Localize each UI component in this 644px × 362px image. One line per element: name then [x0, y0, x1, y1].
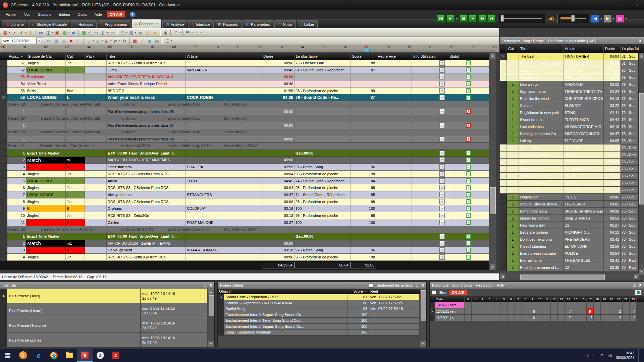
- user-log-icon[interactable]: ★: [152, 29, 158, 36]
- info-dropdown-icon[interactable]: ▼: [439, 234, 445, 239]
- replace-row[interactable]: LEvery breath you takePOLICE03:5473 - So…: [500, 250, 644, 257]
- taskbar-explorer-icon[interactable]: [62, 349, 77, 362]
- info-dropdown-icon[interactable]: ▼: [439, 88, 445, 94]
- day-view-icon[interactable]: ▯: [100, 29, 107, 36]
- zoom-icon[interactable]: ◉: [162, 29, 169, 36]
- log-row[interactable]: 51JinglesJinRCS HITS S3 - Zetta2Go from …: [0, 60, 489, 67]
- hour-section-row[interactable]: Heure: 18Tranche Horaire: Journée(Normal…: [0, 101, 489, 108]
- close-icon[interactable]: X: [639, 283, 641, 287]
- undo-icon[interactable]: ↶: [75, 38, 82, 44]
- tab-analyse[interactable]: ▧Analyse: [162, 20, 187, 28]
- scroll-up-icon[interactable]: ▲: [208, 289, 214, 295]
- failure-row[interactable]: Song - Séparation Minimum100: [218, 329, 426, 336]
- replace-row[interactable]: LMandela daySIMPLE MINDS05:2979 - Sou: [500, 74, 644, 81]
- delete-icon[interactable]: ✖: [68, 38, 74, 44]
- jump-back-button[interactable]: ◀: [591, 15, 599, 22]
- log-row[interactable]: 4JinglesJinRCS HITS S3 - GSelector From …: [0, 171, 489, 178]
- info-dropdown-icon[interactable]: ▼: [439, 164, 445, 170]
- hour-section-row[interactable]: Heure: 21Tranche Horaire: Foot(Normal)Ho…: [0, 143, 489, 150]
- on-air-badge[interactable]: ON AIR: [107, 11, 125, 17]
- taskbar-zetta-icon[interactable]: Z: [15, 349, 31, 362]
- slider-thumb[interactable]: [500, 15, 504, 22]
- info-dropdown-icon[interactable]: ▼: [439, 171, 445, 177]
- col-header-statut[interactable]: Statut: [448, 53, 489, 60]
- replace-row[interactable]: LRide like the windCHRISTOPHER CROSS04:1…: [500, 95, 644, 102]
- minimize-icon[interactable]: —: [618, 3, 622, 7]
- etm-row[interactable]: 1Exact Time MarkerETM_00:00_Hard_UnderOv…: [0, 150, 489, 157]
- replace-row[interactable]: LWhen your heart is weakCOCK ROBIN04:368…: [500, 60, 644, 67]
- balance-slider[interactable]: [557, 14, 589, 23]
- info-dropdown-icon[interactable]: ▼: [439, 150, 445, 156]
- info-dropdown-icon[interactable]: ▼: [439, 185, 445, 190]
- log-row[interactable]: 10JinglesJinRCS HITS S3 - Zetta2Go00:139…: [0, 212, 489, 219]
- tab-param-tres[interactable]: ◧Paramètres: [243, 20, 273, 28]
- add-day-icon[interactable]: ⊞: [635, 290, 642, 295]
- col-header-cat[interactable]: Cat: [66, 53, 85, 60]
- replace-row[interactable]: LNeed you tonightI.N.X.S.03:0073 - Sou: [500, 180, 644, 187]
- day-view-icon-caret[interactable]: ▾: [107, 31, 108, 34]
- replace-row[interactable]: LAlways the sunSTRANGLERS04:3773 - Sou: [500, 166, 644, 173]
- tab-strat-gie-musicale[interactable]: ☼Stratégie Musicale: [28, 20, 70, 28]
- col-header-titre[interactable]: Titre: [107, 53, 186, 60]
- replace-hscrollbar[interactable]: ◀ ▶: [500, 274, 639, 279]
- tab-programmeur[interactable]: 1Programmeur: [98, 20, 130, 28]
- col-header-heure-fixe[interactable]: Heure Fixe: [376, 53, 412, 60]
- single-pane-icon[interactable]: ▭: [38, 29, 44, 36]
- edit-log-icon[interactable]: ╱: [139, 38, 146, 44]
- tab-librairie[interactable]: ▥Librairie: [2, 20, 27, 28]
- stop-button[interactable]: ■: [469, 14, 477, 23]
- info-dropdown-icon[interactable]: ▼: [439, 136, 445, 142]
- find-icon[interactable]: ∞: [137, 29, 144, 36]
- testbar-vscrollbar[interactable]: ▲ ▼: [208, 289, 214, 347]
- skip-to-end-button[interactable]: ▶▮: [437, 14, 445, 23]
- zetta-link-icon[interactable]: Z: [172, 29, 179, 36]
- tab-rapports[interactable]: ▤Rapports: [215, 20, 241, 28]
- log-row[interactable]: >56LOCAL SONGSLWhen your heart is weakCO…: [0, 94, 489, 101]
- log-row[interactable]: 8JinglesJinRCS HITS S3 - GSelector From …: [0, 198, 489, 205]
- failure-row[interactable]: Enchainement Interdit Segue: Song Sound …: [218, 312, 426, 318]
- color-blocks-icon[interactable]: ▦: [61, 29, 68, 36]
- scroll-left-icon[interactable]: ◀: [500, 274, 505, 279]
- col-header-date[interactable]: Date: [435, 297, 465, 302]
- scroll-down-icon[interactable]: ▼: [490, 264, 495, 270]
- log-row[interactable]: 9BBOrphansCOLDPLAY03:16100100▼✓: [0, 205, 489, 212]
- list-view-icon-caret[interactable]: ▾: [192, 31, 193, 34]
- timeline-position-thumb[interactable]: [365, 49, 370, 52]
- notes-button-caret[interactable]: ▾: [625, 17, 628, 20]
- history-row[interactable]: >12/02/21 ven.87824: [430, 308, 644, 315]
- scroll-thumb[interactable]: [520, 275, 605, 280]
- hour-section-row[interactable]: Heure: 19Tranche Horaire: Journée(Normal…: [0, 115, 489, 122]
- failure-row[interactable]: Radial Song98dim. 07/02 17:59:18: [218, 306, 426, 312]
- no-events-row[interactable]: 1Pas d'événements programmés dans 0700:0…: [0, 122, 489, 129]
- menu-item-aide[interactable]: Aide: [91, 11, 106, 17]
- menu-item-outils[interactable]: Outils: [74, 11, 91, 17]
- no-events-row[interactable]: 1Pas d'événements programmés dans 0600:0…: [0, 108, 489, 115]
- failure-vscrollbar[interactable]: ▼: [420, 289, 426, 347]
- tab-horloges[interactable]: ◔Horloges: [71, 20, 97, 28]
- insert-element-icon-caret[interactable]: ▾: [102, 40, 103, 42]
- scroll-thumb[interactable]: [209, 295, 214, 316]
- taskbar-zettalogo-icon[interactable]: Z: [108, 349, 123, 362]
- replace-row[interactable]: LLast christmasWHAM/GEORGE MIC...04:1976…: [500, 123, 644, 130]
- restore-icon[interactable]: □: [416, 283, 418, 287]
- zetta-link-icon-caret[interactable]: ▾: [179, 31, 181, 34]
- taskbar-gselector-icon[interactable]: S: [77, 349, 93, 362]
- replace-row[interactable]: LLullabyTHE CURE04:0576 - Sou: [500, 137, 644, 144]
- date-picker[interactable]: ven. 12/02/2021▼: [2, 38, 42, 44]
- jump-forward-button[interactable]: ▶: [604, 15, 611, 22]
- log-row[interactable]: 55BedsBedBED VT 201:5898 - Profondeur de…: [0, 87, 489, 95]
- reconcile-icon[interactable]: ◔: [11, 29, 18, 36]
- restore-icon[interactable]: □: [204, 283, 206, 287]
- filter-icon[interactable]: ▽: [119, 29, 126, 36]
- list-view-icon[interactable]: ☰: [184, 29, 191, 36]
- replace-row[interactable]: LSmooth operatorSADE04:4875 - Rad: [500, 152, 644, 159]
- failure-row[interactable]: Contenu - Répartition - INTERNATIONAL86v…: [218, 300, 426, 306]
- goto-date-icon[interactable]: ▦: [80, 29, 87, 36]
- taskbar-zettaviewer-icon[interactable]: Z: [93, 349, 108, 362]
- replace-row[interactable]: LI don't want a loverTEXAS04:4773 - Sou: [500, 173, 644, 180]
- previous-button[interactable]: ▮◀: [478, 14, 486, 23]
- insert-spot-icon[interactable]: ⊞: [103, 38, 110, 44]
- col-header-reel[interactable]: Réel: [369, 289, 419, 294]
- menu-item-voir[interactable]: Voir: [20, 11, 34, 17]
- insert-song-icon[interactable]: ♪: [86, 38, 92, 44]
